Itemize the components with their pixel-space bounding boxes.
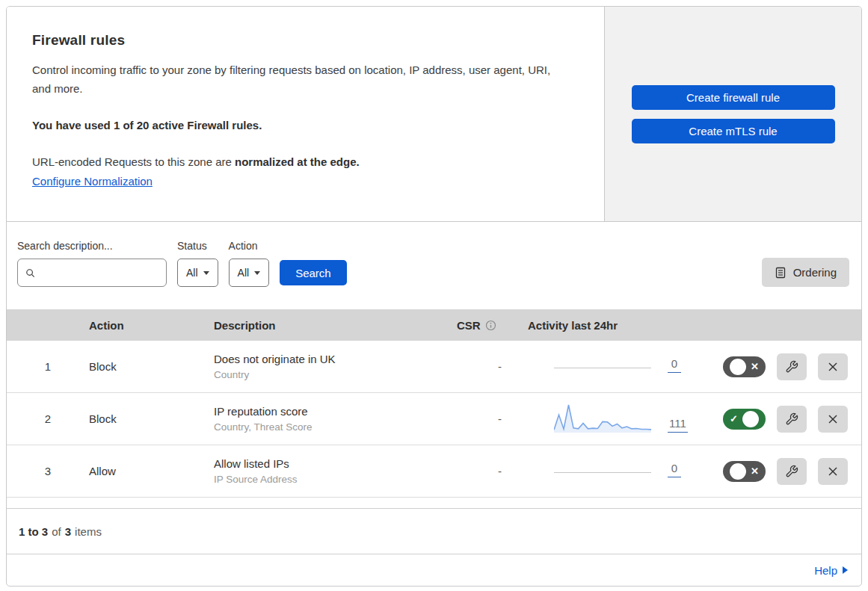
close-icon: [826, 412, 840, 426]
ordering-button-label: Ordering: [793, 266, 837, 279]
items-range: 1 to 3: [19, 525, 48, 538]
edit-rule-button[interactable]: [777, 406, 807, 433]
rule-fields: Country: [214, 369, 457, 380]
search-group: Search description...: [17, 240, 167, 287]
rule-enabled-toggle[interactable]: ✕: [723, 356, 766, 377]
page-title: Firewall rules: [32, 32, 577, 49]
intro-area: Firewall rules Control incoming traffic …: [7, 7, 605, 221]
search-input[interactable]: [41, 266, 158, 279]
rule-description-cell: Does not originate in UK Country: [214, 353, 457, 380]
items-of-word: of: [52, 525, 61, 538]
rule-fields: Country, Threat Score: [214, 421, 457, 433]
search-label: Search description...: [17, 240, 167, 252]
ordering-list-icon: [775, 267, 787, 279]
activity-sparkline: [554, 403, 651, 433]
normalization-note: URL-encoded Requests to this zone are no…: [32, 155, 577, 168]
activity-flatline: [554, 368, 651, 368]
rule-controls: ✕: [695, 458, 861, 485]
items-total: 3: [65, 525, 71, 538]
help-link-label: Help: [814, 564, 837, 577]
column-csr-header: CSR: [457, 319, 528, 332]
toggle-knob: [730, 359, 746, 375]
rule-activity-cell: 0: [528, 357, 695, 376]
delete-rule-button[interactable]: [818, 458, 848, 485]
action-label: Action: [229, 240, 270, 252]
status-dropdown-value: All: [186, 267, 198, 279]
create-firewall-rule-button[interactable]: Create firewall rule: [632, 85, 835, 110]
items-word: items: [75, 525, 102, 538]
toggle-knob: [742, 411, 759, 427]
table-row: 2 Block IP reputation score Country, Thr…: [7, 393, 861, 445]
rule-priority: 1: [7, 360, 89, 373]
rule-csr-value: -: [457, 412, 528, 425]
status-label: Status: [177, 240, 218, 252]
pagination-summary: 1 to 3 of 3 items: [7, 508, 861, 554]
column-description-header: Description: [214, 319, 457, 332]
rule-priority: 2: [7, 412, 89, 425]
arrow-right-icon: [843, 566, 848, 574]
status-dropdown[interactable]: All: [177, 259, 218, 287]
close-icon: [826, 465, 840, 478]
search-input-wrapper: [17, 259, 167, 287]
rule-controls: ✓: [695, 406, 861, 433]
edit-rule-button[interactable]: [777, 458, 807, 485]
firewall-rules-panel: Firewall rules Control incoming traffic …: [6, 6, 862, 587]
rule-enabled-toggle[interactable]: ✓: [723, 409, 766, 430]
toggle-knob: [730, 463, 746, 480]
toggle-state-icon: ✕: [751, 466, 759, 476]
page-description: Control incoming traffic to your zone by…: [32, 61, 570, 98]
column-action-header: Action: [89, 319, 214, 332]
chevron-down-icon: [254, 271, 260, 275]
rule-action: Block: [89, 412, 214, 425]
filter-bar: Search description... Status All Action …: [7, 222, 861, 309]
table-header: Action Description CSR Activity last 24h…: [7, 309, 861, 341]
table-spacer: [7, 498, 861, 508]
rule-enabled-toggle[interactable]: ✕: [723, 461, 766, 482]
delete-rule-button[interactable]: [818, 353, 848, 380]
action-dropdown-value: All: [238, 267, 250, 279]
rule-action: Allow: [89, 465, 214, 477]
rule-priority: 3: [7, 465, 89, 477]
chevron-down-icon: [203, 271, 209, 275]
rule-description-cell: Allow listed IPs IP Source Address: [214, 457, 457, 485]
rule-fields: IP Source Address: [214, 474, 457, 485]
close-icon: [826, 360, 840, 374]
rule-description: Does not originate in UK: [214, 353, 457, 365]
rule-description-cell: IP reputation score Country, Threat Scor…: [214, 405, 457, 433]
edit-rule-button[interactable]: [777, 353, 807, 380]
rule-description: Allow listed IPs: [214, 457, 457, 470]
action-filter-group: Action All: [229, 240, 270, 287]
rule-activity-cell: 0: [528, 462, 695, 480]
rule-description: IP reputation score: [214, 405, 457, 418]
activity-flatline: [554, 472, 651, 473]
toggle-state-icon: ✓: [730, 414, 738, 424]
table-row: 1 Block Does not originate in UK Country…: [7, 341, 861, 393]
ordering-button[interactable]: Ordering: [762, 258, 849, 287]
help-bar: Help: [7, 554, 861, 586]
rule-csr-value: -: [457, 465, 528, 477]
wrench-icon: [785, 465, 798, 478]
rule-action: Block: [89, 360, 214, 373]
wrench-icon: [785, 360, 798, 374]
action-dropdown[interactable]: All: [229, 259, 270, 287]
normalization-text: URL-encoded Requests to this zone are: [32, 155, 235, 168]
activity-count-link[interactable]: 0: [668, 462, 681, 477]
info-icon[interactable]: [485, 320, 496, 331]
delete-rule-button[interactable]: [818, 406, 848, 433]
status-filter-group: Status All: [177, 240, 218, 287]
activity-count-link[interactable]: 111: [668, 417, 688, 433]
table-row: 3 Allow Allow listed IPs IP Source Addre…: [7, 445, 861, 498]
search-icon: [25, 267, 35, 279]
rule-csr-value: -: [457, 360, 528, 373]
create-mtls-rule-button[interactable]: Create mTLS rule: [632, 119, 835, 143]
configure-normalization-link[interactable]: Configure Normalization: [32, 175, 153, 188]
rule-controls: ✕: [695, 353, 861, 380]
activity-count-link[interactable]: 0: [668, 357, 681, 373]
top-section: Firewall rules Control incoming traffic …: [7, 7, 861, 222]
wrench-icon: [785, 412, 798, 426]
toggle-state-icon: ✕: [751, 362, 759, 371]
usage-counter: You have used 1 of 20 active Firewall ru…: [32, 119, 577, 131]
csr-header-label: CSR: [457, 319, 481, 332]
help-link[interactable]: Help: [814, 564, 848, 577]
search-button[interactable]: Search: [280, 260, 347, 285]
